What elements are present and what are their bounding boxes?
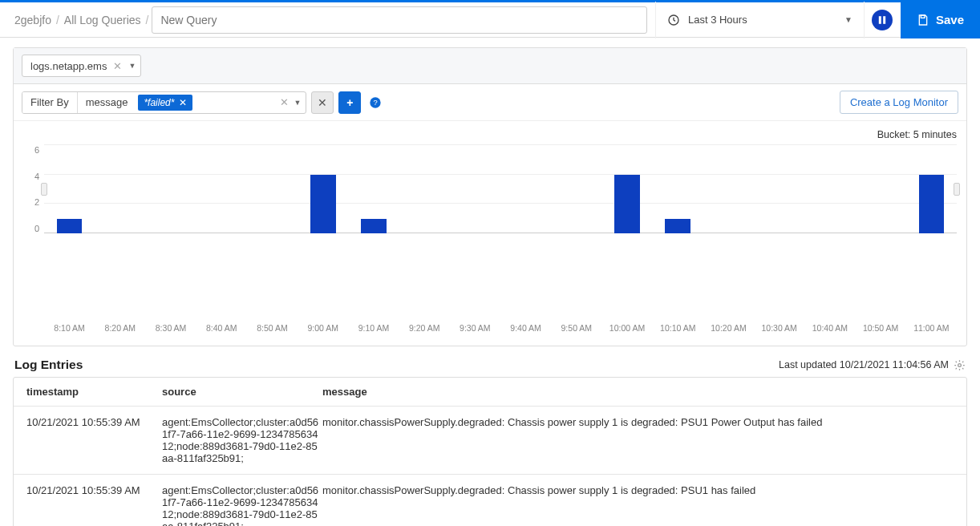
- last-updated: Last updated 10/21/2021 11:04:56 AM: [779, 359, 966, 371]
- svg-rect-1: [879, 16, 881, 24]
- filter-row: Filter By message *failed* ✕ ✕ ▼ ✕ + ? C…: [14, 84, 966, 121]
- chevron-down-icon: ▼: [844, 15, 852, 24]
- filter-by-label: Filter By: [22, 92, 78, 113]
- range-handle-right[interactable]: [954, 183, 960, 196]
- clear-filter-icon[interactable]: ✕: [275, 96, 294, 108]
- col-message[interactable]: message: [322, 386, 966, 398]
- chart-bar[interactable]: [361, 219, 387, 233]
- chart-bar[interactable]: [614, 175, 640, 233]
- time-range-selector[interactable]: Last 3 Hours ▼: [655, 2, 864, 38]
- svg-text:?: ?: [374, 99, 378, 107]
- chart-bar[interactable]: [919, 175, 945, 233]
- remove-filter-value-icon[interactable]: ✕: [179, 97, 187, 108]
- source-dropdown-icon[interactable]: ▼: [128, 62, 136, 70]
- gear-icon[interactable]: [954, 359, 966, 371]
- topbar: 2gebjfo / All Log Queries / Last 3 Hours…: [0, 2, 980, 38]
- filter-input[interactable]: [195, 92, 275, 113]
- svg-rect-3: [921, 15, 925, 18]
- query-panel: logs.netapp.ems ✕ ▼ Filter By message *f…: [13, 47, 967, 346]
- chart-area: Bucket: 5 minutes 6420 8:10 AM8:20 AM8:3…: [14, 121, 966, 346]
- source-chip-label: logs.netapp.ems: [30, 60, 107, 72]
- table-body[interactable]: 10/21/2021 10:55:39 AMagent:EmsCollector…: [14, 407, 966, 526]
- breadcrumb-section[interactable]: All Log Queries: [64, 14, 141, 26]
- breadcrumb: 2gebjfo / All Log Queries /: [14, 14, 148, 26]
- clock-icon: [667, 14, 680, 26]
- table-row[interactable]: 10/21/2021 10:55:39 AMagent:EmsCollector…: [14, 407, 966, 475]
- entries-header: Log Entries Last updated 10/21/2021 11:0…: [0, 358, 980, 377]
- log-entries-table: timestamp source message 10/21/2021 10:5…: [13, 377, 967, 526]
- filter-value-chip: *failed* ✕: [138, 95, 192, 111]
- pause-button[interactable]: [864, 2, 901, 38]
- table-row[interactable]: 10/21/2021 10:55:39 AMagent:EmsCollector…: [14, 475, 966, 526]
- chart-plot[interactable]: [44, 145, 957, 233]
- create-log-monitor-button[interactable]: Create a Log Monitor: [840, 91, 958, 114]
- entries-title: Log Entries: [14, 358, 83, 372]
- range-handle-left[interactable]: [41, 183, 47, 196]
- help-icon[interactable]: ?: [369, 96, 382, 109]
- add-filter-button[interactable]: +: [338, 91, 361, 114]
- col-source[interactable]: source: [162, 386, 322, 398]
- chart-bar[interactable]: [310, 175, 336, 233]
- chart-bar[interactable]: [57, 219, 83, 233]
- source-bar: logs.netapp.ems ✕ ▼: [14, 48, 966, 84]
- filter-dropdown-icon[interactable]: ▼: [294, 99, 306, 107]
- time-range-label: Last 3 Hours: [688, 14, 747, 26]
- col-timestamp[interactable]: timestamp: [14, 386, 162, 398]
- chart-bar[interactable]: [665, 219, 690, 233]
- save-icon: [917, 14, 929, 26]
- bucket-label: Bucket: 5 minutes: [23, 129, 957, 140]
- remove-filter-button[interactable]: ✕: [311, 91, 334, 114]
- query-name-input[interactable]: [152, 6, 647, 34]
- table-header: timestamp source message: [14, 378, 966, 407]
- pause-icon: [877, 15, 887, 25]
- source-chip[interactable]: logs.netapp.ems ✕ ▼: [22, 55, 141, 77]
- filter-attribute[interactable]: message: [78, 92, 136, 113]
- svg-point-6: [958, 363, 962, 366]
- filter-box[interactable]: Filter By message *failed* ✕ ✕ ▼: [22, 91, 306, 114]
- breadcrumb-root[interactable]: 2gebjfo: [14, 14, 51, 26]
- remove-source-icon[interactable]: ✕: [113, 60, 122, 72]
- save-button[interactable]: Save: [901, 2, 980, 38]
- x-axis: 8:10 AM8:20 AM8:30 AM8:40 AM8:50 AM9:00 …: [44, 323, 957, 333]
- svg-rect-2: [884, 16, 886, 24]
